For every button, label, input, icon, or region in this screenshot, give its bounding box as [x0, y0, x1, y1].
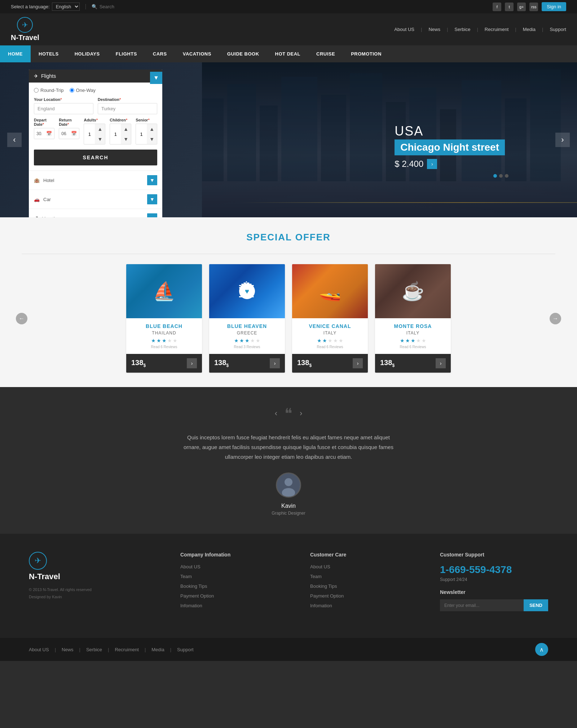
header-nav-aboutus[interactable]: About US	[394, 27, 414, 32]
nav-hotdeal[interactable]: HOT DEAL	[267, 45, 308, 62]
senior-increment[interactable]: ▲	[147, 124, 157, 134]
care-aboutus-link[interactable]: About US	[310, 564, 418, 569]
monte-rosa-reviews[interactable]: Read 6 Reviews	[379, 345, 446, 349]
signin-button[interactable]: Sign in	[542, 2, 566, 11]
blue-heaven-reviews[interactable]: Read 3 Reviews	[213, 345, 281, 349]
flight-search-box: ✈ Flights ▼ Round-Trip One-Way Your Loca…	[29, 70, 162, 217]
oneway-option[interactable]: One-Way	[70, 88, 96, 93]
testimonial-prev[interactable]: ‹	[275, 409, 277, 418]
children-decrement[interactable]: ▼	[121, 134, 131, 144]
footer-bottom-support[interactable]: Support	[177, 647, 194, 652]
nav-flights[interactable]: FLIGHTS	[108, 45, 145, 62]
header-nav-recruiment[interactable]: Recruiment	[485, 27, 508, 32]
footer-bottom-aboutus[interactable]: About US	[29, 647, 49, 652]
footer-bottom-news[interactable]: News	[62, 647, 74, 652]
depart-calendar-icon[interactable]: 📅	[44, 128, 54, 139]
blue-beach-arrow[interactable]: ›	[187, 358, 197, 368]
googleplus-icon[interactable]: g+	[517, 3, 526, 11]
newsletter-send-button[interactable]: SEND	[524, 599, 548, 611]
header-nav-news[interactable]: News	[428, 27, 440, 32]
nav-home[interactable]: HOME	[0, 45, 31, 62]
adults-input[interactable]	[84, 129, 95, 139]
car-toggle[interactable]: ▼	[147, 194, 157, 204]
company-aboutus-link[interactable]: About US	[180, 564, 288, 569]
adults-increment[interactable]: ▲	[95, 124, 105, 134]
blue-beach-reviews[interactable]: Read 6 Reviews	[131, 345, 198, 349]
hero-price-arrow[interactable]: ›	[427, 159, 437, 169]
nav-cars[interactable]: CARS	[145, 45, 175, 62]
blue-heaven-price: 138$	[214, 359, 229, 368]
header-nav-support[interactable]: Support	[550, 27, 566, 32]
offers-prev-button[interactable]: ←	[16, 313, 27, 324]
location-input[interactable]	[34, 103, 93, 114]
company-infomation-link[interactable]: Infomation	[180, 603, 288, 608]
logo-icon: ✈	[17, 17, 33, 33]
nav-guidebook[interactable]: GUIDE BOOK	[219, 45, 267, 62]
hero-dot-1[interactable]	[493, 174, 497, 178]
nav-holidays[interactable]: HOLIDAYS	[67, 45, 108, 62]
newsletter-input[interactable]	[440, 599, 524, 611]
children-input[interactable]	[110, 129, 121, 139]
return-date-input[interactable]	[59, 129, 69, 139]
hotel-icon: 🏨	[34, 178, 40, 183]
venice-reviews[interactable]: Read 6 Reviews	[296, 345, 364, 349]
search-flights-button[interactable]: SEARCH	[34, 150, 157, 165]
search-toggle-button[interactable]: ▼	[150, 72, 162, 84]
senior-decrement[interactable]: ▼	[147, 134, 157, 144]
language-selector[interactable]: Select a language: English	[11, 3, 80, 11]
company-paymentoption-link[interactable]: Payment Option	[180, 593, 288, 599]
header-nav-media[interactable]: Media	[523, 27, 536, 32]
search-input[interactable]	[100, 4, 172, 9]
svg-point-13	[285, 478, 292, 486]
blue-beach-price: 138$	[131, 359, 146, 368]
venice-body: VENICE CANAL ITALY ★ ★ ★ ★ ★ Read 6 Revi…	[292, 318, 368, 354]
footer-bottom-serbice[interactable]: Serbice	[86, 647, 102, 652]
adults-field: Adults* ▲ ▼	[84, 118, 105, 145]
testimonial-name: Kavin	[72, 503, 505, 509]
nav-vacations[interactable]: VACATIONS	[175, 45, 219, 62]
children-increment[interactable]: ▲	[121, 124, 131, 134]
destination-input[interactable]	[98, 103, 157, 114]
newsletter-title: Newsletter	[440, 589, 548, 595]
footer-logo-icon: ✈	[29, 552, 47, 570]
search-bar: 🔍	[85, 4, 172, 9]
lang-dropdown[interactable]: English	[52, 3, 80, 11]
logo: ✈ N-Travel	[11, 17, 39, 42]
twitter-icon[interactable]: t	[505, 3, 514, 11]
blue-heaven-arrow[interactable]: ›	[270, 358, 280, 368]
venice-arrow[interactable]: ›	[353, 358, 363, 368]
offers-next-button[interactable]: →	[550, 313, 561, 324]
care-infomation-link[interactable]: Infomation	[310, 603, 418, 608]
hero-next-button[interactable]: ›	[555, 133, 570, 147]
nav-promotion[interactable]: PROMOTION	[343, 45, 389, 62]
rss-icon[interactable]: rss	[529, 3, 538, 11]
hero-dot-2[interactable]	[499, 174, 503, 178]
car-accordion[interactable]: 🚗 Car ▼	[29, 190, 162, 209]
vacations-accordion[interactable]: 🏖 Vacations ▼	[29, 209, 162, 217]
hotel-accordion[interactable]: 🏨 Hotel ▼	[29, 170, 162, 190]
nav-cruise[interactable]: CRUISE	[308, 45, 343, 62]
hotel-toggle[interactable]: ▼	[147, 175, 157, 185]
testimonial-next[interactable]: ›	[300, 409, 302, 418]
return-calendar-icon[interactable]: 📅	[69, 128, 79, 139]
company-team-link[interactable]: Team	[180, 574, 288, 579]
senior-input[interactable]	[136, 129, 147, 139]
care-bookingtips-link[interactable]: Booking Tips	[310, 583, 418, 589]
back-to-top-button[interactable]: ∧	[535, 643, 548, 656]
facebook-icon[interactable]: f	[493, 3, 501, 11]
nav-hotels[interactable]: HOTELS	[31, 45, 67, 62]
hero-dot-3[interactable]	[505, 174, 508, 178]
top-bar: Select a language: English 🔍 f t g+ rss …	[0, 0, 577, 13]
header-nav-serbice[interactable]: Serbice	[454, 27, 470, 32]
care-team-link[interactable]: Team	[310, 574, 418, 579]
depart-date-input[interactable]	[34, 129, 44, 139]
hero-prev-button[interactable]: ‹	[7, 133, 22, 147]
roundtrip-option[interactable]: Round-Trip	[34, 88, 64, 93]
vacations-toggle[interactable]: ▼	[147, 213, 157, 217]
care-paymentoption-link[interactable]: Payment Option	[310, 593, 418, 599]
footer-bottom-recruiment[interactable]: Recruiment	[115, 647, 138, 652]
company-bookingtips-link[interactable]: Booking Tips	[180, 583, 288, 589]
footer-bottom-media[interactable]: Media	[151, 647, 164, 652]
monte-rosa-arrow[interactable]: ›	[436, 358, 446, 368]
adults-decrement[interactable]: ▼	[95, 134, 105, 144]
